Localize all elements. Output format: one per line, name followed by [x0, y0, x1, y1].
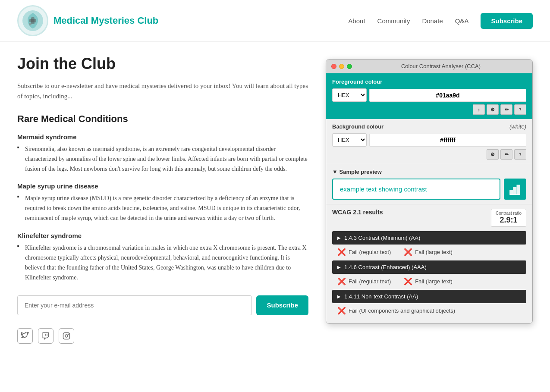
wcag-result-label-3-ui: Fail (UI components and graphical object… [349, 307, 455, 314]
bar-chart-icon [509, 183, 521, 195]
svg-point-6 [68, 334, 69, 335]
condition-title-1: Mermaid syndrome [17, 133, 308, 141]
wcag-criterion-label-3: 1.4.11 Non-text Contrast (AA) [344, 293, 418, 300]
logo-area: Medical Mysteries Club [17, 5, 158, 36]
cca-fg-label: Foreground colour [332, 78, 526, 85]
cca-fg-format-select[interactable]: HEX RGB HSL [332, 88, 367, 102]
wcag-result-1-large: ❌ Fail (large text) [404, 248, 453, 256]
wcag-result-3-ui: ❌ Fail (UI components and graphical obje… [337, 307, 455, 315]
main-layout: Join the Club Subscribe to our e-newslet… [0, 42, 550, 357]
nav-qa[interactable]: Q&A [455, 17, 469, 25]
wcag-results-row-3: ❌ Fail (UI components and graphical obje… [332, 304, 526, 319]
wcag-expand-icon-2: ▶ [337, 265, 341, 270]
twitch-icon[interactable] [38, 328, 53, 344]
cca-bg-input-row: HEX RGB HSL [332, 133, 526, 147]
wcag-result-label-2-large: Fail (large text) [415, 278, 453, 285]
svg-rect-2 [29, 19, 36, 22]
nav-about[interactable]: About [348, 17, 365, 25]
cca-foreground-section: Foreground colour HEX RGB HSL ↕ ⚙ ✏ ? [326, 73, 532, 119]
cca-dot-yellow [339, 64, 344, 69]
wcag-criterion-2[interactable]: ▶ 1.4.6 Contrast (Enhanced) (AAA) [332, 260, 526, 274]
cca-preview-label: Sample preview [332, 169, 526, 175]
cca-fg-settings-btn[interactable]: ⚙ [487, 104, 499, 115]
fail-icon-1-large: ❌ [404, 248, 412, 256]
intro-text: Subscribe to our e-newsletter and have m… [17, 81, 308, 101]
wcag-criterion-1[interactable]: ▶ 1.4.3 Contrast (Minimum) (AA) [332, 231, 526, 245]
cca-tool-column: Colour Contrast Analyser (CCA) Foregroun… [326, 55, 533, 344]
cca-bg-white-note: (white) [509, 123, 526, 130]
wcag-result-label-2-regular: Fail (regular text) [349, 278, 391, 285]
cca-bg-format-select[interactable]: HEX RGB HSL [332, 133, 367, 147]
svg-point-5 [65, 335, 68, 337]
cca-wcag-title: WCAG 2.1 results [332, 209, 383, 216]
cca-bg-help-btn[interactable]: ? [514, 149, 526, 160]
fail-icon-3-ui: ❌ [337, 307, 346, 315]
cca-preview-section: Sample preview example text showing cont… [326, 164, 532, 204]
logo-icon [22, 9, 44, 32]
twitter-icon[interactable] [17, 328, 33, 344]
cca-fg-eyedropper-btn[interactable]: ✏ [500, 104, 512, 115]
nav-donate[interactable]: Donate [422, 17, 443, 25]
main-nav: About Community Donate Q&A Subscribe [348, 13, 533, 29]
condition-title-3: Klinefelter syndrome [17, 232, 308, 239]
svg-rect-7 [510, 190, 512, 194]
wcag-results-row-2: ❌ Fail (regular text) ❌ Fail (large text… [332, 275, 526, 290]
fail-icon-2-regular: ❌ [337, 277, 346, 285]
cca-bg-tools: ⚙ ✏ ? [332, 149, 526, 160]
svg-rect-9 [517, 185, 520, 194]
site-header: Medical Mysteries Club About Community D… [0, 0, 550, 42]
wcag-criterion-label-2: 1.4.6 Contrast (Enhanced) (AAA) [344, 264, 427, 270]
subscribe-form: Subscribe [17, 295, 308, 315]
cca-fg-hex-input[interactable] [369, 89, 526, 102]
cca-bg-label-row: Background colour (white) [332, 123, 526, 130]
cca-contrast-label: Contrast ratio [496, 211, 522, 216]
cca-contrast-box: Contrast ratio 2.9:1 [491, 209, 526, 227]
cca-dot-green [347, 64, 352, 69]
cca-bg-eyedropper-btn[interactable]: ✏ [500, 149, 512, 160]
svg-rect-8 [514, 187, 516, 194]
condition-title-2: Maple syrup urine disease [17, 182, 308, 190]
svg-point-3 [29, 23, 31, 25]
cca-chart-button[interactable] [504, 179, 526, 200]
content-column: Join the Club Subscribe to our e-newslet… [17, 55, 308, 344]
instagram-icon[interactable] [59, 328, 74, 344]
wcag-criterion-3[interactable]: ▶ 1.4.11 Non-text Contrast (AA) [332, 290, 526, 303]
cca-preview-text: example text showing contrast [332, 179, 500, 200]
wcag-expand-icon-3: ▶ [337, 294, 341, 299]
wcag-result-label-1-regular: Fail (regular text) [349, 249, 391, 255]
cca-title: Colour Contrast Analyser (CCA) [355, 63, 527, 69]
wcag-result-1-regular: ❌ Fail (regular text) [337, 248, 391, 256]
cca-bg-label: Background colour [332, 123, 383, 130]
fail-icon-2-large: ❌ [404, 277, 412, 285]
nav-community[interactable]: Community [377, 17, 410, 25]
cca-titlebar: Colour Contrast Analyser (CCA) [326, 60, 532, 73]
condition-desc-1: Sirenomelia, also known as mermaid syndr… [17, 144, 308, 174]
nav-subscribe-button[interactable]: Subscribe [481, 13, 533, 29]
wcag-result-2-large: ❌ Fail (large text) [404, 277, 453, 285]
subscribe-form-button[interactable]: Subscribe [256, 295, 308, 315]
cca-contrast-value: 2.9:1 [496, 216, 522, 225]
cca-background-section: Background colour (white) HEX RGB HSL ⚙ … [326, 119, 532, 164]
cca-bg-settings-btn[interactable]: ⚙ [487, 149, 499, 160]
wcag-criterion-label-1: 1.4.3 Contrast (Minimum) (AA) [344, 235, 420, 241]
wcag-results-row-1: ❌ Fail (regular text) ❌ Fail (large text… [332, 245, 526, 260]
email-input[interactable] [17, 295, 252, 315]
condition-desc-2: Maple syrup urine disease (MSUD) is a ra… [17, 193, 308, 223]
cca-window: Colour Contrast Analyser (CCA) Foregroun… [326, 59, 533, 324]
cca-fg-input-row: HEX RGB HSL [332, 88, 526, 102]
wcag-result-label-1-large: Fail (large text) [415, 249, 453, 255]
cca-fg-tools: ↕ ⚙ ✏ ? [332, 104, 526, 115]
condition-desc-3: Klinefelter syndrome is a chromosomal va… [17, 243, 308, 282]
site-title: Medical Mysteries Club [53, 15, 158, 26]
fail-icon-1-regular: ❌ [337, 248, 346, 256]
cca-wcag-header: WCAG 2.1 results Contrast ratio 2.9:1 [332, 209, 526, 227]
cca-fg-swap-btn[interactable]: ↕ [473, 104, 485, 115]
wcag-expand-icon-1: ▶ [337, 235, 341, 240]
site-logo [17, 5, 48, 36]
cca-bg-hex-input[interactable] [369, 134, 526, 147]
cca-fg-help-btn[interactable]: ? [514, 104, 526, 115]
social-icons-row [17, 328, 308, 344]
wcag-result-2-regular: ❌ Fail (regular text) [337, 277, 391, 285]
cca-preview-row: example text showing contrast [332, 179, 526, 200]
cca-dot-red [331, 64, 336, 69]
